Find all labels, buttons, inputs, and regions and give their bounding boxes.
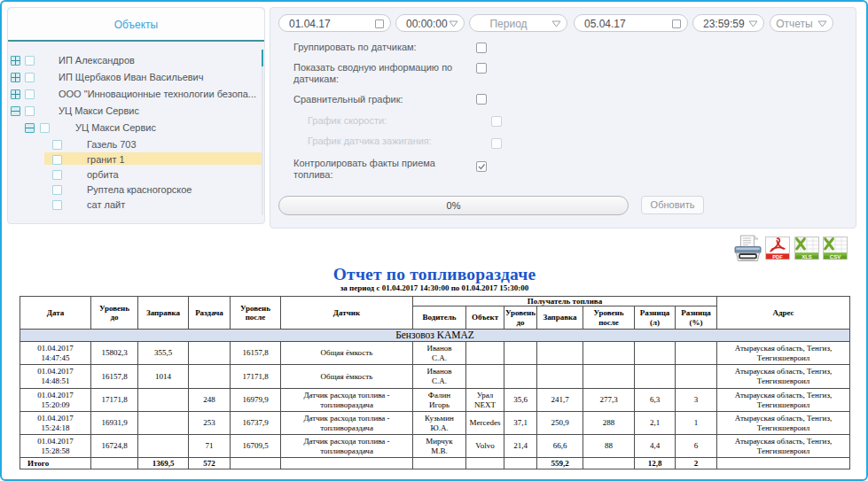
svg-text:PDF: PDF <box>772 254 783 260</box>
svg-text:CSV: CSV <box>830 254 841 260</box>
svg-text:XLS: XLS <box>802 254 812 260</box>
